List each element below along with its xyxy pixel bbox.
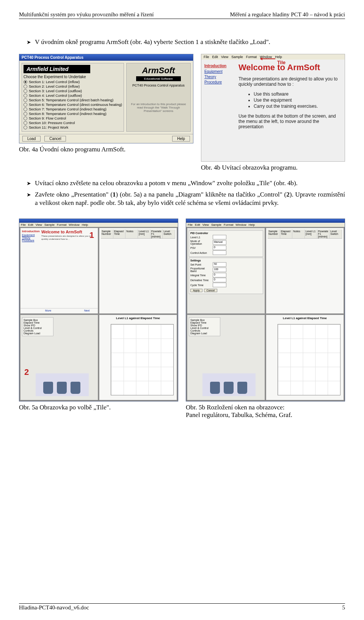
- welcome-li-3: Carry out the training exercises.: [254, 104, 342, 109]
- plot-area: [111, 324, 174, 396]
- menu-view[interactable]: View: [221, 55, 228, 59]
- cancel-button[interactable]: Cancel: [44, 136, 66, 142]
- section-1[interactable]: Section 1: Level Control (inflow): [24, 80, 122, 84]
- radio-icon: [24, 103, 27, 107]
- tile-callout: Tile: [277, 60, 286, 65]
- armsoft-sub: Educational Software: [136, 76, 181, 81]
- section-5[interactable]: Section 5: Temperature Control (direct b…: [24, 98, 122, 102]
- apply-button[interactable]: Apply: [190, 289, 202, 292]
- fig5a-titlebar: [19, 219, 178, 223]
- menu-sample[interactable]: Sample: [231, 55, 243, 59]
- bullet-2: ➤ Uvítací okno zvětšete na celou obrazov…: [19, 179, 345, 187]
- section-2[interactable]: Section 2: Level Control (inflow): [24, 84, 122, 88]
- bullet-icon: ➤: [27, 38, 31, 46]
- radio-icon: [24, 126, 27, 129]
- tile-arrow-icon: [260, 58, 275, 59]
- diagram-pane-5b: Sample Box Elapsed Time Show IFD Level &…: [187, 315, 265, 401]
- section-10[interactable]: Section 10: Pressure Control: [24, 121, 122, 125]
- plot-area-5b: [278, 324, 340, 396]
- brand-label: Armfield Limited: [24, 65, 90, 73]
- section-8[interactable]: Section 8: Temperature Control (indirect…: [24, 112, 122, 116]
- diagram-pane-5a: 2 Sample Box Elapsed Time Show IFD Level…: [20, 315, 98, 401]
- welcome-li-1: Use this software: [254, 91, 342, 97]
- cancel-button-5b[interactable]: Cancel: [204, 289, 218, 292]
- menu-edit[interactable]: Edit: [212, 55, 218, 59]
- radio-icon: [24, 94, 27, 98]
- fig5b-menu: File Edit View Sample Format Window Help: [186, 223, 345, 227]
- section-9[interactable]: Section 9: Flow Control: [24, 116, 122, 120]
- experiment-list-box: Armfield Limited Choose the Experiment t…: [22, 63, 124, 132]
- page-header: Multifunkční systém pro výuku provozního…: [19, 11, 345, 19]
- caption-5a: Obr. 5a Obrazovka po volbě „Tile".: [19, 404, 178, 411]
- radio-icon: [24, 89, 27, 93]
- plot-title: Level L1 against Elapsed Time: [101, 316, 175, 320]
- table-header-5a: Sample Number Elapsed Time Notes Level L…: [101, 230, 175, 239]
- callout-1: 1: [89, 230, 94, 240]
- help-button[interactable]: Help: [172, 136, 190, 142]
- section-4[interactable]: Section 4: Level Control (outflow): [24, 93, 122, 98]
- sidebar-theory[interactable]: Theory: [204, 75, 235, 79]
- caption-4b: Obr. 4b Uvítací obrazovka programu.: [201, 164, 345, 172]
- fig-4a-window: PCT40 Process Control Apparatus Armfield…: [19, 54, 193, 143]
- fig4b-sidebar: Introduction Equipment Theory Procedure: [204, 63, 235, 158]
- table-pane-5a: Sample Number Elapsed Time Notes Level L…: [99, 228, 177, 314]
- armsoft-logo-panel: ArmSoft Educational Software PCT40 Proce…: [126, 63, 191, 132]
- radio-icon: [24, 107, 27, 111]
- callout-2: 2: [24, 367, 29, 377]
- welcome-panel: Welcome to ArmSoft These presentations a…: [238, 63, 342, 158]
- bullet-icon: ➤: [27, 190, 31, 199]
- table-pane-5b: Sample Number Elapsed Time Notes Level L…: [266, 228, 344, 314]
- radio-icon: [24, 85, 27, 88]
- armsoft-desc: PCT40 Process Control Apparatus: [128, 83, 189, 87]
- footer-left: Hladina-PCT40-navod_v6.doc: [19, 604, 89, 611]
- welcome-title: Welcome to ArmSoft: [238, 63, 342, 72]
- armsoft-logo: ArmSoft: [128, 66, 189, 76]
- bullet-3: ➤ Zavřete okno „Presentation" (1) (obr. …: [19, 190, 345, 207]
- section-7[interactable]: Section 7: Temperature Control (indirect…: [24, 107, 122, 111]
- diagram-schematic-5b: [202, 373, 256, 396]
- bullet-icon: ➤: [27, 179, 31, 187]
- fig-5a-window: File Edit View Sample Format Window Help…: [19, 219, 178, 401]
- table-header-5b: Sample Number Elapsed Time Notes Level L…: [268, 230, 342, 239]
- plot-pane-5a: Level L1 against Elapsed Time: [99, 315, 177, 401]
- fig4a-titlebar: PCT40 Process Control Apparatus: [19, 54, 193, 61]
- section-3[interactable]: Section 3: Level Control (outflow): [24, 89, 122, 93]
- diagram-schematic: [36, 373, 89, 396]
- fig-4b-window: File Edit View Sample Format Window Help…: [201, 54, 345, 162]
- plot-title-5b: Level L1 against Elapsed Time: [268, 316, 342, 320]
- radio-icon: [24, 98, 27, 102]
- sidebar-hdr[interactable]: Introduction: [204, 64, 235, 68]
- menu-help[interactable]: Help: [275, 55, 282, 59]
- sidebar-equipment[interactable]: Equipment: [204, 69, 235, 74]
- fig5b-titlebar: [186, 219, 345, 223]
- header-right: Měření a regulace hladiny PCT 40 – návod…: [230, 11, 345, 18]
- section-6[interactable]: Section 6: Temperature Control (direct c…: [24, 102, 122, 107]
- caption-4a: Obr. 4a Úvodní okno programu ArmSoft.: [19, 146, 193, 153]
- bullet-1: ➤ V úvodním okně programu ArmSoft (obr. …: [19, 38, 345, 46]
- fig5a-menu: File Edit View Sample Format Window Help: [19, 223, 178, 227]
- menu-format[interactable]: Format: [246, 55, 257, 59]
- choose-label: Choose the Experiment to Undertake: [24, 75, 122, 79]
- footer-page-number: 5: [342, 604, 345, 611]
- armsoft-intro: For an introduction to this product plea…: [128, 102, 189, 113]
- page-footer: Hladina-PCT40-navod_v6.doc 5: [19, 603, 345, 611]
- sidebar-procedure[interactable]: Procedure: [204, 80, 235, 84]
- welcome-p2: Use the buttons at the bottom of the scr…: [238, 113, 342, 129]
- radio-icon: [24, 80, 27, 84]
- menu-file[interactable]: File: [204, 55, 209, 59]
- pid-pane-5b: PID Controller Level L1 Mode of Operatio…: [187, 228, 265, 314]
- radio-icon: [24, 116, 27, 120]
- caption-5b: Obr. 5b Rozložení oken na obrazovce: Pan…: [186, 404, 345, 419]
- welcome-li-2: Use the equipment: [254, 98, 342, 103]
- radio-icon: [24, 121, 27, 125]
- plot-pane-5b: Level L1 against Elapsed Time: [266, 315, 344, 401]
- header-left: Multifunkční systém pro výuku provozního…: [19, 11, 154, 18]
- load-button[interactable]: Load: [22, 136, 41, 142]
- welcome-p1: These presentations are designed to allo…: [238, 76, 342, 87]
- presentation-pane: 1 Introduction Equipment Theory Procedur…: [20, 228, 98, 314]
- section-11[interactable]: Section 11: Project Work: [24, 125, 122, 129]
- fig-5b-window: File Edit View Sample Format Window Help…: [186, 219, 345, 401]
- radio-icon: [24, 112, 27, 116]
